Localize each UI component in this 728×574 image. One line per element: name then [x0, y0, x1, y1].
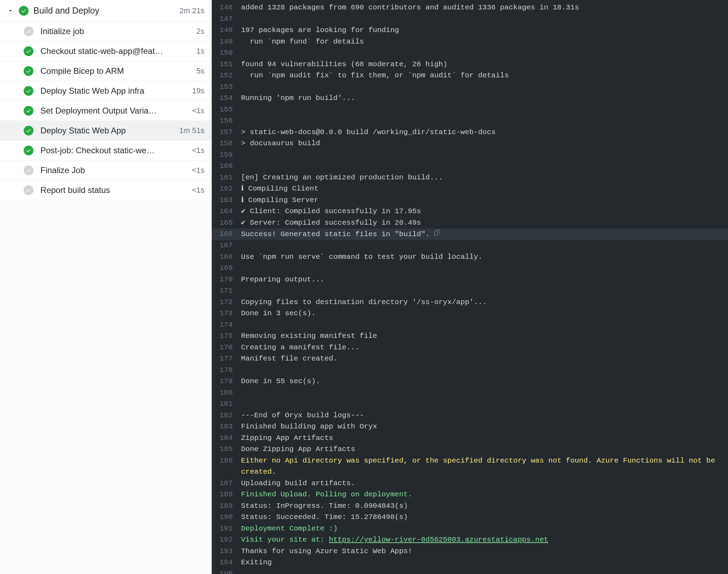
line-number[interactable]: 178 — [217, 365, 241, 376]
line-number[interactable]: 174 — [217, 319, 241, 331]
line-number[interactable]: 172 — [217, 297, 241, 308]
line-number[interactable]: 147 — [217, 14, 241, 25]
log-text: Status: InProgress. Time: 0.0904843(s) — [241, 501, 723, 512]
log-text: Done in 55 sec(s). — [241, 376, 723, 387]
line-number[interactable]: 159 — [217, 149, 241, 161]
line-number[interactable]: 188 — [217, 489, 241, 501]
log-line: 149 run `npm fund` for details — [212, 36, 728, 48]
line-number[interactable]: 164 — [217, 206, 241, 217]
line-number[interactable]: 185 — [217, 444, 241, 455]
line-number[interactable]: 184 — [217, 433, 241, 444]
line-number[interactable]: 191 — [217, 523, 241, 535]
log-line: 177Manifest file created. — [212, 353, 728, 365]
line-number[interactable]: 180 — [217, 387, 241, 399]
log-text: ℹ Compiling Client — [241, 183, 723, 195]
line-number[interactable]: 155 — [217, 104, 241, 116]
log-text: Zipping App Artifacts — [241, 433, 723, 444]
line-number[interactable]: 154 — [217, 93, 241, 104]
deployment-url-link[interactable]: https://yellow-river-0d5625003.azurestat… — [329, 536, 548, 544]
log-output[interactable]: 146added 1328 packages from 690 contribu… — [212, 0, 728, 574]
line-number[interactable]: 192 — [217, 534, 241, 546]
log-text: Removing existing manifest file — [241, 331, 723, 342]
log-text — [241, 387, 723, 399]
line-number[interactable]: 169 — [217, 263, 241, 274]
log-text: [en] Creating an optimized production bu… — [241, 172, 723, 184]
log-text: Done in 3 sec(s). — [241, 308, 723, 319]
log-line: 150 — [212, 47, 728, 59]
job-header[interactable]: Build and Deploy 2m 21s — [0, 0, 211, 22]
line-number[interactable]: 150 — [217, 47, 241, 59]
line-number[interactable]: 162 — [217, 183, 241, 195]
log-text: run `npm audit fix` to fix them, or `npm… — [241, 70, 723, 82]
line-number[interactable]: 173 — [217, 308, 241, 319]
line-number[interactable]: 187 — [217, 478, 241, 489]
line-number[interactable]: 153 — [217, 82, 241, 93]
step-row[interactable]: Post-job: Checkout static-we…<1s — [0, 141, 211, 161]
log-line: 190Status: Succeeded. Time: 15.2786498(s… — [212, 512, 728, 523]
line-number[interactable]: 165 — [217, 217, 241, 229]
step-row[interactable]: Compile Bicep to ARM5s — [0, 61, 211, 81]
line-number[interactable]: 167 — [217, 240, 241, 251]
line-number[interactable]: 158 — [217, 138, 241, 149]
line-number[interactable]: 161 — [217, 172, 241, 184]
log-text — [241, 240, 723, 251]
line-number[interactable]: 157 — [217, 127, 241, 138]
line-number[interactable]: 170 — [217, 274, 241, 286]
log-text: ✔ Client: Compiled successfully in 17.95… — [241, 206, 723, 217]
line-number[interactable]: 182 — [217, 410, 241, 421]
line-number[interactable]: 190 — [217, 512, 241, 523]
step-row[interactable]: Checkout static-web-app@feat…1s — [0, 41, 211, 61]
line-number[interactable]: 166 — [217, 228, 241, 240]
log-line: 153 — [212, 82, 728, 93]
line-number[interactable]: 156 — [217, 115, 241, 127]
log-text: found 94 vulnerabilities (68 moderate, 2… — [241, 59, 723, 70]
log-line: 164✔ Client: Compiled successfully in 17… — [212, 206, 728, 217]
line-number[interactable]: 152 — [217, 70, 241, 82]
line-number[interactable]: 181 — [217, 398, 241, 410]
status-success-icon — [19, 6, 29, 16]
line-number[interactable]: 183 — [217, 421, 241, 433]
line-number[interactable]: 160 — [217, 161, 241, 172]
job-duration: 2m 21s — [179, 6, 204, 15]
log-line: 178 — [212, 365, 728, 376]
log-line: 152 run `npm audit fix` to fix them, or … — [212, 70, 728, 82]
log-line: 189Status: InProgress. Time: 0.0904843(s… — [212, 501, 728, 512]
step-label: Finalize Job — [40, 165, 185, 175]
line-number[interactable]: 179 — [217, 376, 241, 387]
log-text: Use `npm run serve` command to test your… — [241, 251, 723, 263]
step-row[interactable]: Finalize Job<1s — [0, 161, 211, 180]
log-text: added 1328 packages from 690 contributor… — [241, 2, 723, 14]
step-row[interactable]: Set Deployment Output Varia…<1s — [0, 101, 211, 121]
line-number[interactable]: 186 — [217, 455, 241, 478]
step-row[interactable]: Initialize job2s — [0, 22, 211, 41]
status-success-icon — [24, 106, 33, 116]
step-label: Set Deployment Output Varia… — [40, 106, 185, 116]
line-number[interactable]: 195 — [217, 568, 241, 574]
line-number[interactable]: 146 — [217, 2, 241, 14]
line-number[interactable]: 177 — [217, 353, 241, 365]
step-label: Initialize job — [40, 26, 189, 36]
step-row[interactable]: Deploy Static Web App1m 51s — [0, 121, 211, 141]
chevron-down-icon[interactable] — [7, 7, 14, 14]
step-row[interactable]: Deploy Static Web App infra19s — [0, 81, 211, 101]
step-time: <1s — [192, 146, 204, 155]
line-number[interactable]: 189 — [217, 501, 241, 512]
log-text — [241, 285, 723, 297]
step-row[interactable]: Report build status<1s — [0, 180, 211, 200]
line-number[interactable]: 175 — [217, 331, 241, 342]
line-number[interactable]: 148 — [217, 25, 241, 36]
line-number[interactable]: 168 — [217, 251, 241, 263]
line-number[interactable]: 163 — [217, 195, 241, 206]
job-title: Build and Deploy — [33, 6, 175, 16]
line-number[interactable]: 194 — [217, 557, 241, 568]
step-time: 1s — [196, 47, 204, 56]
line-number[interactable]: 176 — [217, 342, 241, 354]
log-line: 185Done Zipping App Artifacts — [212, 444, 728, 455]
copy-icon[interactable] — [434, 228, 440, 240]
line-number[interactable]: 171 — [217, 285, 241, 297]
status-success-icon — [24, 146, 33, 155]
line-number[interactable]: 151 — [217, 59, 241, 70]
log-line: 172Copying files to destination director… — [212, 297, 728, 308]
line-number[interactable]: 149 — [217, 36, 241, 48]
line-number[interactable]: 193 — [217, 546, 241, 557]
